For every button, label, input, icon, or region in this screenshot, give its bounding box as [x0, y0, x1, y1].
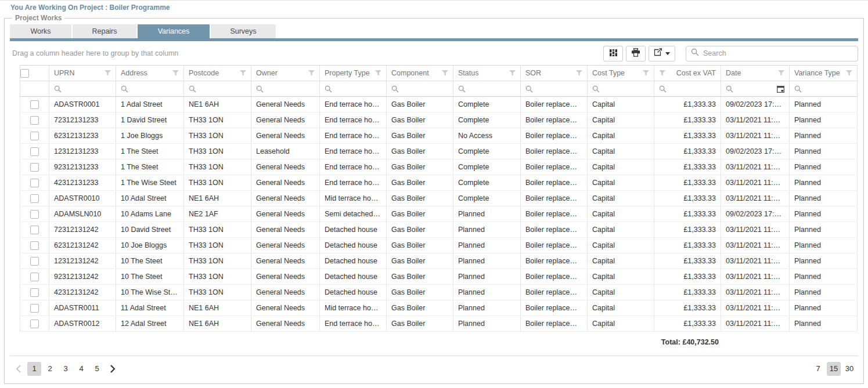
cell-cost_ex_vat: £1,333.33 — [654, 175, 721, 191]
filter-funnel-icon[interactable] — [846, 70, 852, 76]
table-row[interactable]: 1231213124210 The SteetTH33 1ONGeneral N… — [20, 253, 858, 269]
filter-cost_ex_vat[interactable] — [654, 81, 721, 97]
table-row[interactable]: 923121312331 The SteetTH33 1ONGeneral Ne… — [20, 159, 858, 175]
search-input[interactable] — [703, 49, 853, 57]
page-size-button-30[interactable]: 30 — [842, 362, 856, 376]
column-chooser-button[interactable] — [603, 46, 623, 61]
cell-property_type: End terrace house — [320, 159, 387, 175]
row-checkbox[interactable] — [30, 210, 39, 219]
cell-postcode: NE1 6AH — [184, 316, 251, 332]
tab-surveys[interactable]: Surveys — [211, 24, 276, 38]
row-checkbox[interactable] — [30, 116, 39, 125]
row-checkbox[interactable] — [30, 163, 39, 172]
tab-variances[interactable]: Variances — [138, 24, 210, 38]
page-size-button-7[interactable]: 7 — [811, 362, 825, 376]
page-button-2[interactable]: 2 — [43, 362, 57, 376]
filter-variance_type[interactable] — [790, 81, 858, 97]
tab-repairs[interactable]: Repairs — [73, 24, 136, 38]
table-row[interactable]: 123121312331 The SteetTH33 1ONLeaseholdE… — [20, 144, 858, 159]
column-header-owner[interactable]: Owner — [251, 66, 320, 81]
cell-date: 03/11/2021 11:47:... — [721, 191, 790, 206]
filter-address[interactable] — [116, 81, 184, 97]
page-button-4[interactable]: 4 — [74, 362, 88, 376]
column-header-address[interactable]: Address — [116, 66, 184, 81]
table-row[interactable]: ADASTR001010 Adal StreetNE1 6AHGeneral N… — [20, 191, 858, 206]
cell-status: Planned — [453, 269, 521, 285]
pager: 12345 71530 — [10, 356, 858, 381]
export-button[interactable] — [649, 46, 675, 61]
filter-funnel-icon[interactable] — [308, 70, 315, 76]
row-checkbox[interactable] — [30, 100, 39, 109]
search-icon — [458, 85, 466, 93]
export-icon — [654, 48, 662, 59]
next-page-button[interactable] — [106, 362, 120, 376]
cell-cost_type: Capital — [588, 191, 654, 206]
filter-funnel-icon[interactable] — [576, 70, 582, 76]
filter-postcode[interactable] — [184, 81, 251, 97]
table-row[interactable]: ADAMSLN01010 Adams LaneNE2 1AFGeneral Ne… — [20, 206, 858, 222]
select-all-checkbox[interactable] — [20, 69, 29, 78]
column-header-sor[interactable]: SOR — [521, 66, 588, 81]
calendar-icon[interactable] — [777, 85, 784, 93]
column-header-date[interactable]: Date — [721, 66, 790, 81]
column-header-cost_ex_vat[interactable]: Cost ex VAT — [654, 66, 721, 81]
filter-sor[interactable] — [521, 81, 588, 97]
cell-status: Complete — [453, 175, 521, 191]
table-row[interactable]: 423121312331 The Wise SteetTH33 1ONGener… — [20, 175, 858, 191]
filter-funnel-icon[interactable] — [240, 70, 246, 76]
cell-cost_type: Capital — [588, 300, 654, 316]
row-checkbox[interactable] — [30, 304, 39, 313]
row-checkbox[interactable] — [30, 179, 39, 187]
filter-uprn[interactable] — [49, 81, 116, 97]
table-row[interactable]: 6231213124210 Joe BloggsTH33 1ONGeneral … — [20, 238, 858, 253]
filter-funnel-icon[interactable] — [778, 70, 784, 76]
filter-funnel-icon[interactable] — [375, 70, 381, 76]
filter-funnel-icon[interactable] — [442, 70, 448, 76]
filter-status[interactable] — [453, 81, 521, 97]
filter-funnel-icon[interactable] — [643, 70, 649, 76]
page-button-3[interactable]: 3 — [59, 362, 73, 376]
row-checkbox[interactable] — [30, 257, 39, 266]
filter-funnel-icon[interactable] — [105, 70, 111, 76]
row-checkbox[interactable] — [30, 320, 39, 328]
prev-page-button[interactable] — [12, 362, 26, 376]
filter-date[interactable] — [721, 81, 790, 97]
filter-funnel-icon[interactable] — [172, 70, 179, 76]
cell-component: Gas Boiler — [387, 269, 453, 285]
row-checkbox[interactable] — [30, 194, 39, 203]
table-row[interactable]: ADASTR00011 Adal StreetNE1 6AHGeneral Ne… — [20, 97, 858, 113]
row-checkbox[interactable] — [30, 132, 39, 140]
column-header-cost_type[interactable]: Cost Type — [588, 66, 654, 81]
cell-uprn: 72312131233 — [49, 113, 116, 128]
filter-owner[interactable] — [251, 81, 320, 97]
filter-funnel-icon[interactable] — [659, 70, 665, 76]
print-button[interactable] — [626, 46, 646, 61]
filter-funnel-icon[interactable] — [509, 70, 516, 76]
page-size-button-15[interactable]: 15 — [827, 362, 841, 376]
filter-property_type[interactable] — [320, 81, 387, 97]
table-row[interactable]: 4231213124210 The Wise SteetTH33 1ONGene… — [20, 285, 858, 300]
page-button-5[interactable]: 5 — [90, 362, 104, 376]
column-header-variance_type[interactable]: Variance Type — [790, 66, 858, 81]
table-row[interactable]: 7231213124210 David StreetTH33 1ONGenera… — [20, 222, 858, 238]
page-button-1[interactable]: 1 — [27, 362, 41, 376]
tab-works[interactable]: Works — [10, 24, 71, 38]
row-checkbox[interactable] — [30, 241, 39, 250]
table-row[interactable]: 9231213124210 The SteetTH33 1ONGeneral N… — [20, 269, 858, 285]
table-row[interactable]: 623121312331 Joe BloggsTH33 1ONGeneral N… — [20, 128, 858, 144]
column-header-property_type[interactable]: Property Type — [320, 66, 387, 81]
row-checkbox[interactable] — [30, 273, 39, 281]
filter-cost_type[interactable] — [588, 81, 654, 97]
row-checkbox[interactable] — [30, 288, 39, 297]
filter-component[interactable] — [387, 81, 453, 97]
column-header-component[interactable]: Component — [387, 66, 453, 81]
column-header-postcode[interactable]: Postcode — [184, 66, 251, 81]
cell-component: Gas Boiler — [387, 113, 453, 128]
row-checkbox[interactable] — [30, 226, 39, 234]
table-row[interactable]: ADASTR001111 Adal StreetNE1 6AHGeneral N… — [20, 300, 858, 316]
table-row[interactable]: 723121312331 David StreetTH33 1ONGeneral… — [20, 113, 858, 128]
row-checkbox[interactable] — [30, 147, 39, 156]
column-header-status[interactable]: Status — [453, 66, 521, 81]
table-row[interactable]: ADASTR001212 Adal StreetNE1 6AHGeneral N… — [20, 316, 858, 332]
column-header-uprn[interactable]: UPRN — [49, 66, 116, 81]
